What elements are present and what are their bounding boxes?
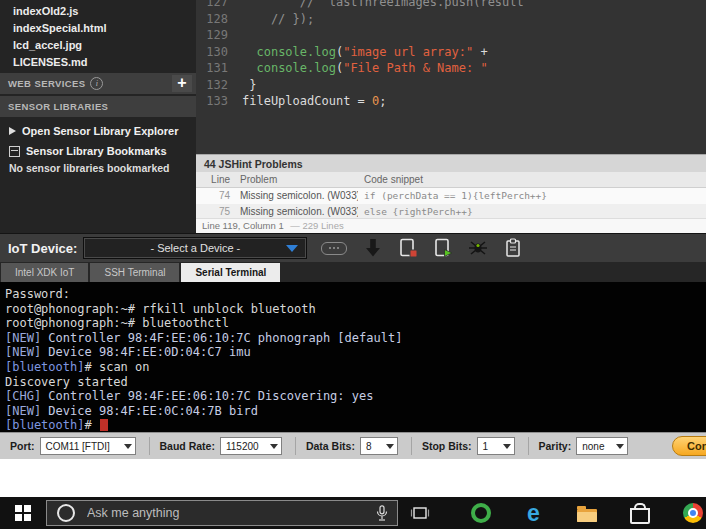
code-segment: // lastThreeImages.push(result (242, 0, 524, 9)
app-icon-file-explorer[interactable] (560, 497, 613, 529)
file-item[interactable]: LICENSES.md (0, 54, 196, 71)
serial-stop-bits-value: 1 (483, 441, 489, 452)
code-segment: "File Path & Name: " (343, 61, 488, 75)
terminal-segment: # scan on (84, 360, 149, 374)
install-app-icon[interactable] (398, 237, 418, 259)
sensor-libraries-label: SENSOR LIBRARIES (8, 101, 108, 112)
terminal-segment: [NEW] (5, 404, 41, 418)
expand-triangle-icon (9, 127, 16, 135)
cursor-position: Line 119, Column 1 (202, 220, 284, 231)
project-sidebar: indexOld2.jsindexSpecial.htmllcd_accel.j… (0, 0, 196, 233)
problem-row[interactable]: 74Missing semicolon. (W033)if (perchData… (196, 188, 706, 204)
run-app-icon[interactable] (433, 237, 453, 259)
serial-baud-value: 115200 (226, 441, 259, 452)
serial-data-bits-value: 8 (366, 441, 372, 452)
iot-toolbar-icons (363, 237, 523, 259)
app-icon-chrome[interactable] (666, 497, 706, 529)
serial-stop-bits-select[interactable]: 1 (477, 437, 515, 455)
code-segment: fileUploadCount = (242, 94, 372, 108)
windows-taskbar: Ask me anything e (0, 497, 706, 529)
line-number: 130 (196, 44, 228, 61)
cortana-search-box[interactable]: Ask me anything (46, 500, 398, 526)
app-icon-edge[interactable]: e (507, 497, 560, 529)
line-number: 133 (196, 93, 228, 110)
code-editor[interactable]: 127128129130131132133 // lastThreeImages… (196, 0, 706, 154)
problems-column-headers: Line Problem Code snippet (196, 172, 706, 188)
separator (295, 437, 296, 455)
project-file-list: indexOld2.jsindexSpecial.htmllcd_accel.j… (0, 0, 196, 71)
microphone-icon[interactable] (376, 505, 388, 522)
serial-parity-label: Parity: (539, 440, 572, 452)
serial-port-select[interactable]: COM11 [FTDI] (40, 437, 136, 455)
terminal-segment: [bluetooth] (5, 418, 84, 432)
line-number: 127 (196, 0, 228, 11)
sensor-library-bookmarks-label: Sensor Library Bookmarks (26, 145, 167, 157)
serial-baud-select[interactable]: 115200 (220, 437, 282, 455)
line-number: 129 (196, 27, 228, 44)
connect-button[interactable]: Connect (672, 436, 706, 456)
code-line: // }); (242, 11, 706, 28)
windows-logo-icon (15, 505, 31, 521)
column-problem: Problem (234, 172, 358, 187)
open-sensor-library-explorer[interactable]: Open Sensor Library Explorer (0, 125, 196, 137)
file-item[interactable]: lcd_accel.jpg (0, 37, 196, 54)
debug-app-icon[interactable] (468, 237, 488, 259)
serial-data-bits-select[interactable]: 8 (360, 437, 398, 455)
window-gap (0, 459, 706, 497)
code-segment: console.log (256, 45, 335, 59)
code-line: // lastThreeImages.push(result (242, 0, 706, 11)
sensor-libraries-header: SENSOR LIBRARIES (0, 96, 196, 117)
dropdown-caret-icon (124, 444, 132, 449)
terminal-line: [bluetooth]# scan on (5, 360, 706, 375)
search-placeholder: Ask me anything (87, 506, 376, 520)
serial-parity-select[interactable]: none (576, 437, 628, 455)
problems-rows: 74Missing semicolon. (W033)if (perchData… (196, 188, 706, 220)
dropdown-caret-icon (270, 444, 278, 449)
tab-intel-xdk-iot[interactable]: Intel XDK IoT (1, 263, 88, 282)
app-log-icon[interactable] (503, 237, 523, 259)
terminal-segment: Discovery started (5, 375, 128, 389)
file-item[interactable]: indexOld2.js (0, 3, 196, 20)
tab-serial-terminal[interactable]: Serial Terminal (181, 263, 280, 282)
task-view-button[interactable] (398, 497, 442, 529)
line-number: 128 (196, 11, 228, 28)
terminal-segment: [CHG] (5, 389, 41, 403)
terminal-cursor (100, 419, 108, 431)
separator (528, 437, 529, 455)
file-item[interactable]: indexSpecial.html (0, 20, 196, 37)
code-line: fileUploadCount = 0; (242, 93, 706, 110)
dropdown-arrow-icon (286, 245, 298, 252)
app-icon-green-circle[interactable] (454, 497, 507, 529)
download-icon[interactable] (363, 237, 383, 259)
code-segment: ; (379, 94, 386, 108)
problem-snippet: if (perchData == 1){leftPerch++} (358, 188, 706, 204)
app-icon-store[interactable] (613, 497, 666, 529)
device-select-dropdown[interactable]: - Select a Device - (83, 237, 307, 259)
start-button[interactable] (0, 497, 46, 529)
terminal-line: Discovery started (5, 375, 706, 390)
info-icon[interactable]: i (90, 77, 103, 90)
intel-xdk-window: indexOld2.jsindexSpecial.htmllcd_accel.j… (0, 0, 706, 529)
column-code-snippet: Code snippet (358, 172, 706, 187)
terminal-tabs: Intel XDK IoTSSH TerminalSerial Terminal (0, 262, 706, 282)
sensor-library-bookmarks[interactable]: Sensor Library Bookmarks (0, 145, 196, 157)
web-services-label: WEB SERVICES (8, 78, 85, 89)
tab-ssh-terminal[interactable]: SSH Terminal (90, 263, 179, 282)
open-sensor-library-explorer-label: Open Sensor Library Explorer (22, 125, 179, 137)
serial-port-value: COM11 [FTDI] (46, 441, 110, 452)
terminal-line: [NEW] Controller 98:4F:EE:06:10:7C phono… (5, 331, 706, 346)
editor-lines: 127128129130131132133 // lastThreeImages… (196, 0, 706, 110)
serial-terminal-output[interactable]: Password:root@phonograph:~# rfkill unblo… (0, 282, 706, 432)
code-segment: + (473, 45, 487, 59)
code-segment: console.log (256, 61, 335, 75)
add-web-service-button[interactable]: + (172, 75, 192, 92)
device-status-pill[interactable] (321, 242, 347, 255)
code-segment (242, 45, 256, 59)
terminal-segment: Device 98:4F:EE:0D:04:C7 imu (41, 345, 251, 359)
jshint-problems-header[interactable]: 44 JSHint Problems (196, 154, 706, 172)
code-line: console.log("image url array:" + (242, 44, 706, 61)
editor-gutter: 127128129130131132133 (196, 0, 242, 110)
code-segment (242, 61, 256, 75)
terminal-segment: Password: (5, 287, 70, 301)
editor-code: // lastThreeImages.push(result // }); co… (242, 0, 706, 110)
